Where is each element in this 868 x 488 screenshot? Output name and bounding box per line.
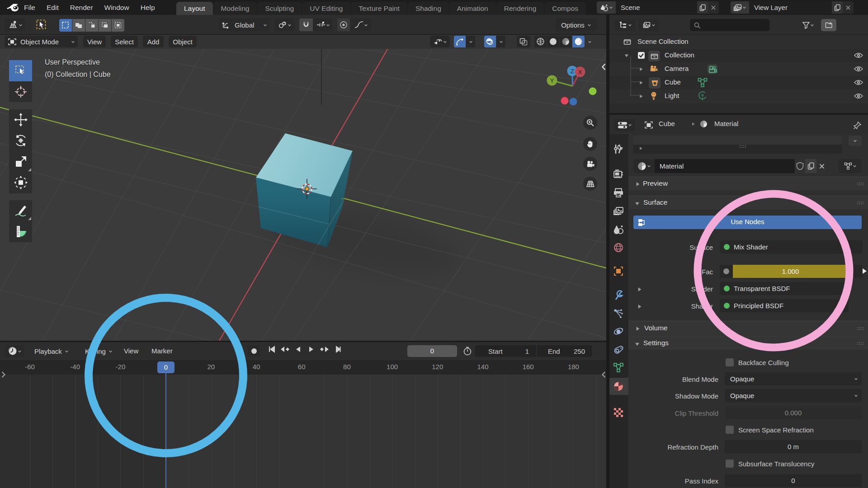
svg-text:X: X (578, 69, 582, 75)
svg-text:Y: Y (550, 77, 554, 84)
svg-text:Z: Z (571, 68, 574, 75)
